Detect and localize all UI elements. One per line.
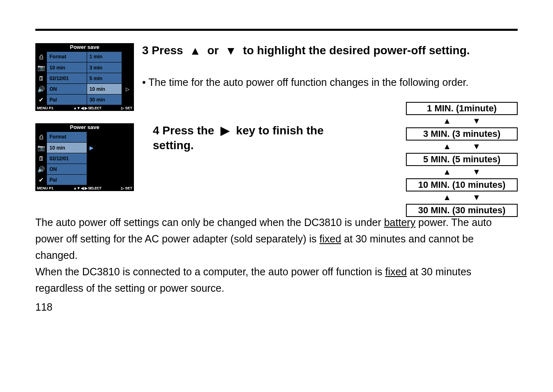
para2-u1: fixed: [385, 266, 407, 277]
lcd1-arrow-0: [122, 52, 134, 62]
ladder-arrows-3: ▲▼: [406, 191, 518, 204]
note-paragraph: The auto power off settings can only be …: [35, 214, 518, 296]
camera-icon: 📷: [36, 62, 47, 73]
step3-heading-a: Press: [152, 44, 183, 57]
step3-heading-c: to highlight the desired power-off setti…: [243, 44, 470, 57]
lcd1-row-0: ⎙ Format 1 min: [36, 52, 134, 62]
lcd1-title: Power save: [35, 43, 134, 51]
lcd1-val-0: 1 min: [87, 52, 122, 62]
step3-num: 3: [142, 44, 149, 57]
lcd2-label-1: 10 min: [47, 143, 87, 153]
lcd2-row-1: 📷 10 min ▶: [36, 143, 134, 153]
lcd1-row-2: 🗓 02/12/01 5 min: [36, 73, 134, 84]
down-triangle-icon: ▼: [472, 142, 481, 150]
lcd1-label-0: Format: [47, 52, 87, 62]
para1a: The auto power off settings can only be …: [35, 217, 384, 228]
lcd-menu-2: Power save ⎙ Format 📷 10 min ▶ 🗓 02/12/0…: [35, 123, 134, 191]
step4-heading-a: Press the: [162, 124, 214, 137]
ladder-item-3: 10 MIN. (10 minutes): [406, 178, 518, 191]
ladder-arrows-0: ▲▼: [406, 115, 518, 127]
lcd1-val-1: 3 min: [87, 62, 122, 73]
lcd2-val-4: [87, 175, 122, 185]
para2a: When the DC3810 is connected to a comput…: [35, 266, 385, 277]
page-divider: [35, 29, 518, 31]
down-triangle-icon: ▼: [222, 44, 240, 58]
power-off-options-ladder: 1 MIN. (1minute) ▲▼ 3 MIN. (3 minutes) ▲…: [406, 102, 518, 217]
lcd1-arrow-2: [122, 73, 134, 84]
lcd1-val-3: 10 min: [87, 84, 122, 95]
lcd2-container: Power save ⎙ Format 📷 10 min ▶ 🗓 02/12/0…: [35, 123, 142, 191]
lcd-menu-1: Power save ⎙ Format 1 min 📷 10 min 3 min…: [35, 43, 134, 111]
lcd1-label-4: Pal: [47, 95, 87, 105]
lcd1-table: ⎙ Format 1 min 📷 10 min 3 min 🗓 02/12/01…: [35, 51, 134, 105]
lcd2-arrow-0: [122, 132, 134, 143]
lcd2-label-4: Pal: [47, 175, 87, 185]
lcd2-arrow-inline: ▶: [87, 143, 122, 153]
lcd2-row-3: 🔊 ON: [36, 164, 134, 175]
lcd1-row-3: 🔊 ON 10 min ▷: [36, 84, 134, 95]
lcd2-row-4: ✔ Pal: [36, 175, 134, 185]
lcd1-footer: MENU P1 ▲▼ ◀ ▶ SELECT ▷ SET: [35, 105, 134, 111]
step4-text: 4 Press the ▶ key to finish the setting.: [142, 123, 339, 153]
card-icon: ⎙: [36, 132, 47, 143]
step3-row: Power save ⎙ Format 1 min 📷 10 min 3 min…: [35, 43, 518, 111]
lcd1-val-2: 5 min: [87, 73, 122, 84]
date-icon: 🗓: [36, 73, 47, 84]
lcd2-arrow-2: [122, 153, 134, 164]
down-triangle-icon: ▼: [472, 168, 481, 176]
lcd2-footer-mid: ▲▼ ◀ ▶ SELECT: [73, 186, 101, 190]
lcd2-row-0: ⎙ Format: [36, 132, 134, 143]
up-triangle-icon: ▲: [186, 44, 204, 58]
sound-icon: 🔊: [36, 84, 47, 95]
up-triangle-icon: ▲: [443, 117, 451, 125]
lcd2-title: Power save: [35, 123, 134, 131]
lcd1-val-4: 30 min: [87, 95, 122, 105]
lcd2-footer-right: ▷ SET: [121, 186, 132, 190]
lcd1-arrow-4: [122, 95, 134, 105]
step4-heading: 4 Press the ▶ key to finish the setting.: [153, 123, 339, 153]
right-triangle-icon: ▶: [217, 123, 233, 138]
lcd1-arrow-3: ▷: [122, 84, 134, 95]
lcd2-arrow-4: [122, 175, 134, 185]
lcd2-label-2: 02/12/01: [47, 153, 87, 164]
lcd2-val-0: [87, 132, 122, 143]
lcd2-arrow-3: [122, 164, 134, 175]
lcd2-footer-left: MENU P1: [37, 186, 53, 190]
lcd1-row-4: ✔ Pal 30 min: [36, 95, 134, 105]
step3-heading-b: or: [207, 44, 219, 57]
tv-icon: ✔: [36, 175, 47, 185]
lcd1-container: Power save ⎙ Format 1 min 📷 10 min 3 min…: [35, 43, 142, 111]
date-icon: 🗓: [36, 153, 47, 164]
lcd1-arrow-1: [122, 62, 134, 73]
lcd2-arrow-1: [122, 143, 134, 153]
lcd2-table: ⎙ Format 📷 10 min ▶ 🗓 02/12/01: [35, 131, 134, 185]
up-triangle-icon: ▲: [443, 193, 451, 201]
lcd2-val-3: [87, 164, 122, 175]
down-triangle-icon: ▼: [472, 117, 481, 125]
step3-heading: 3 Press ▲ or ▼ to highlight the desired …: [142, 43, 518, 59]
up-triangle-icon: ▲: [443, 142, 451, 150]
page-number: 118: [35, 301, 518, 313]
ladder-item-4: 30 MIN. (30 minutes): [406, 204, 518, 217]
lcd1-footer-mid: ▲▼ ◀ ▶ SELECT: [73, 106, 101, 110]
lcd2-row-2: 🗓 02/12/01: [36, 153, 134, 164]
card-icon: ⎙: [36, 52, 47, 62]
ladder-arrows-1: ▲▼: [406, 141, 518, 153]
camera-icon: 📷: [36, 143, 47, 153]
lcd2-label-3: ON: [47, 164, 87, 175]
step4-num: 4: [153, 124, 159, 137]
lcd1-label-1: 10 min: [47, 62, 87, 73]
lcd1-footer-right: ▷ SET: [121, 106, 132, 110]
lcd2-footer: MENU P1 ▲▼ ◀ ▶ SELECT ▷ SET: [35, 185, 134, 191]
lcd2-label-0: Format: [47, 132, 87, 143]
ladder-item-1: 3 MIN. (3 minutes): [406, 127, 518, 141]
ladder-item-0: 1 MIN. (1minute): [406, 102, 518, 115]
lcd1-label-3: ON: [47, 84, 87, 95]
lcd1-label-2: 02/12/01: [47, 73, 87, 84]
down-triangle-icon: ▼: [472, 193, 481, 201]
lcd2-val-2: [87, 153, 122, 164]
up-triangle-icon: ▲: [443, 168, 451, 176]
tv-icon: ✔: [36, 95, 47, 105]
para1-u2: fixed: [320, 233, 341, 244]
ladder-arrows-2: ▲▼: [406, 166, 518, 178]
